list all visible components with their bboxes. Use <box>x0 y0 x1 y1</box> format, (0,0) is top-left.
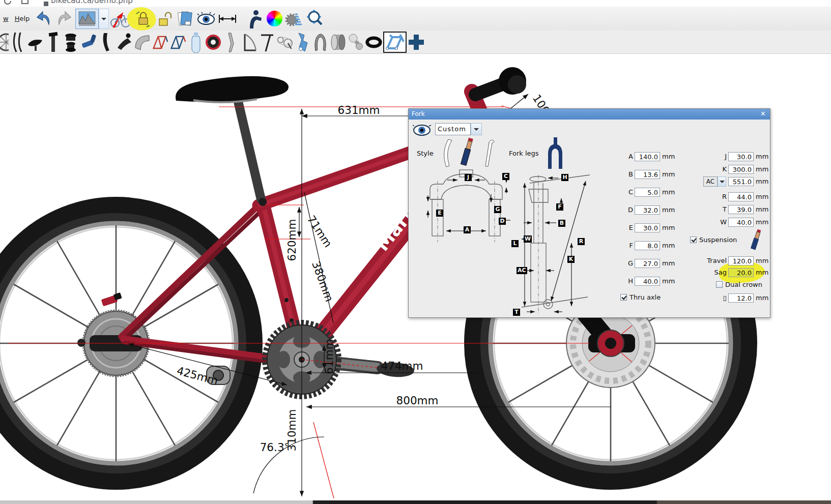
dialog-title: Fork <box>412 110 425 117</box>
field-A: A 140.0 mm <box>604 152 675 161</box>
field-J-input[interactable]: 30.0 <box>728 152 754 161</box>
chevron-down-icon <box>101 18 106 23</box>
headset-icon <box>62 32 80 53</box>
seatpost-button[interactable] <box>44 32 62 53</box>
fork-blade-icon <box>222 32 240 53</box>
dual-crown-checkbox[interactable] <box>716 281 723 288</box>
fork-blade-button[interactable] <box>222 32 240 53</box>
frame-edit-button-selected[interactable] <box>383 32 407 53</box>
brake-caliper-button[interactable] <box>311 32 329 53</box>
terrain-tool-dropdown[interactable] <box>99 9 109 29</box>
reload-icon[interactable] <box>3 0 12 6</box>
field-travel: Travel 120.0 mm <box>686 256 768 265</box>
hub-button[interactable] <box>205 32 222 53</box>
axle-parts-button[interactable] <box>347 32 365 53</box>
field-B-input[interactable]: 13.6 <box>635 170 660 179</box>
url-text[interactable]: bikecad.ca/demo.php <box>51 0 133 5</box>
menu-partial[interactable]: w <box>3 15 9 22</box>
visibility-button[interactable] <box>195 8 217 29</box>
field-W-input[interactable]: 40.0 <box>728 218 754 227</box>
wheel-button[interactable] <box>0 32 9 53</box>
travel-input[interactable]: 120.0 <box>728 256 754 265</box>
dim-crank: 474mm <box>381 360 423 372</box>
rider-button[interactable] <box>243 8 265 29</box>
headset-button[interactable] <box>62 32 80 53</box>
style-straight-icon[interactable] <box>481 138 496 169</box>
fender-button[interactable] <box>133 32 151 53</box>
rider-position-button[interactable] <box>116 32 133 53</box>
field-R-input[interactable]: 44.0 <box>728 192 754 201</box>
field-H-input[interactable]: 40.0 <box>635 277 660 286</box>
drivetrain-button[interactable] <box>276 32 294 53</box>
rear-brake[interactable] <box>101 292 123 307</box>
fork-button[interactable] <box>9 32 26 53</box>
ac-combo-dropdown[interactable] <box>718 176 726 187</box>
brake-lever-button[interactable] <box>98 32 116 53</box>
dim-seat-tube: 380mm <box>309 259 336 303</box>
style-curved-icon[interactable] <box>438 138 453 169</box>
field-T-input[interactable]: 39.0 <box>728 205 754 214</box>
field-D-input[interactable]: 32.0 <box>635 205 660 215</box>
add-component-button[interactable] <box>407 32 425 53</box>
terrain-tool-button[interactable] <box>75 9 99 29</box>
field-C-input[interactable]: 5.0 <box>635 188 660 197</box>
sprinter-icon <box>116 32 133 53</box>
style-suspension-icon[interactable] <box>459 137 476 169</box>
angle-tool-button[interactable] <box>240 32 258 53</box>
colors-button[interactable] <box>265 8 284 29</box>
chip-H: H <box>561 174 568 181</box>
fork-legs-label: Fork legs <box>509 150 539 157</box>
redo-button[interactable] <box>54 8 75 29</box>
stem-button[interactable] <box>80 32 98 53</box>
bottle-button[interactable] <box>187 32 205 53</box>
seatpost[interactable] <box>230 91 267 206</box>
home-icon[interactable] <box>20 0 30 5</box>
lock-dimensions-button[interactable] <box>130 8 156 29</box>
unlock-button[interactable] <box>156 8 174 29</box>
notes-button[interactable] <box>174 8 195 29</box>
display-mode-tool[interactable] <box>75 9 109 29</box>
tire-section-button[interactable] <box>329 32 347 53</box>
eye-icon[interactable] <box>412 122 432 137</box>
rider-icon <box>245 9 263 28</box>
gearing-button[interactable] <box>284 8 304 29</box>
field-E-input[interactable]: 30.0 <box>635 223 660 232</box>
preset-value[interactable]: Custom <box>435 123 471 135</box>
redo-icon <box>55 10 74 28</box>
field-G-input[interactable]: 27.0 <box>635 259 660 268</box>
brake-caliper-icon <box>311 32 329 53</box>
axle-diameter-input[interactable]: 12.0 <box>728 293 754 303</box>
saddle[interactable] <box>176 76 289 102</box>
frame-alt-button[interactable] <box>169 32 187 53</box>
zoom-button[interactable] <box>304 8 326 29</box>
close-icon[interactable]: ✕ <box>760 110 766 117</box>
chevron-down-icon <box>720 181 725 186</box>
fork-dialog: Fork ✕ Custom Style Fork legs <box>408 108 770 318</box>
unlock-icon <box>157 10 173 28</box>
sag-input[interactable]: 20.0 <box>728 268 754 277</box>
menu-help[interactable]: Help <box>15 15 30 22</box>
headset-bearing-button[interactable] <box>365 32 383 53</box>
saddle-button[interactable] <box>26 32 44 53</box>
fork-legs-icon[interactable] <box>544 137 566 170</box>
field-AC-input[interactable]: 551.0 <box>728 177 754 186</box>
color-wheel-icon <box>267 11 282 26</box>
thru-axle-checkbox[interactable] <box>620 294 627 301</box>
browser-bar: bikecad.ca/demo.php <box>0 0 831 7</box>
fork-preset-combo[interactable]: Custom <box>435 123 482 135</box>
fork-icon <box>9 32 26 53</box>
stem-handlebar[interactable] <box>472 67 526 98</box>
preset-dropdown[interactable] <box>471 123 482 135</box>
undo-button[interactable] <box>33 8 54 29</box>
suspension-checkbox[interactable] <box>690 236 697 243</box>
frame-geometry-button[interactable] <box>151 32 169 53</box>
derailleur-button[interactable] <box>294 32 311 53</box>
ac-combo-label[interactable]: AC <box>703 176 718 187</box>
dialog-title-bar[interactable]: Fork ✕ <box>409 109 770 120</box>
field-A-input[interactable]: 140.0 <box>635 152 660 161</box>
dimension-tool-button[interactable] <box>217 8 238 29</box>
field-J: J 30.0 mm <box>686 152 768 161</box>
stand-button[interactable] <box>258 32 276 53</box>
field-F-input[interactable]: 8.0 <box>635 241 660 250</box>
field-K-input[interactable]: 300.0 <box>728 165 754 174</box>
